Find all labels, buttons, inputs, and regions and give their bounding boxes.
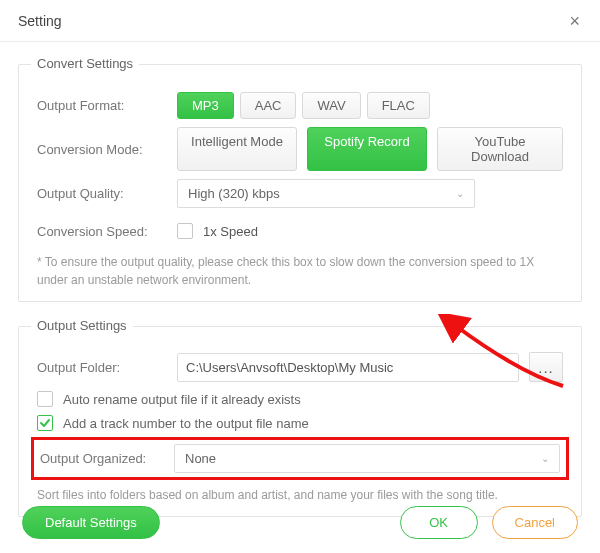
ok-button[interactable]: OK: [400, 506, 478, 539]
output-quality-select[interactable]: High (320) kbps ⌄: [177, 179, 475, 208]
speed-1x-checkbox-label: 1x Speed: [203, 224, 258, 239]
format-aac-button[interactable]: AAC: [240, 92, 297, 119]
format-wav-button[interactable]: WAV: [302, 92, 360, 119]
output-folder-input[interactable]: [177, 353, 519, 382]
output-quality-value: High (320) kbps: [188, 186, 280, 201]
window-title: Setting: [18, 13, 62, 29]
output-organized-row: Output Organized: None ⌄: [31, 437, 569, 480]
chevron-down-icon: ⌄: [541, 453, 549, 464]
output-format-label: Output Format:: [37, 98, 177, 113]
add-track-number-checkbox[interactable]: [37, 415, 53, 431]
conversion-mode-label: Conversion Mode:: [37, 142, 177, 157]
check-icon: [39, 417, 51, 429]
output-quality-label: Output Quality:: [37, 186, 177, 201]
convert-settings-group: Convert Settings Output Format: MP3 AAC …: [18, 64, 582, 302]
auto-rename-checkbox[interactable]: [37, 391, 53, 407]
mode-youtube-button[interactable]: YouTube Download: [437, 127, 563, 171]
browse-button[interactable]: ...: [529, 352, 563, 382]
cancel-button[interactable]: Cancel: [492, 506, 578, 539]
output-settings-legend: Output Settings: [31, 318, 133, 333]
add-track-number-label: Add a track number to the output file na…: [63, 416, 309, 431]
output-folder-label: Output Folder:: [37, 360, 177, 375]
default-settings-button[interactable]: Default Settings: [22, 506, 160, 539]
auto-rename-label: Auto rename output file if it already ex…: [63, 392, 301, 407]
mode-spotify-button[interactable]: Spotify Record: [307, 127, 427, 171]
speed-1x-checkbox[interactable]: [177, 223, 193, 239]
close-icon[interactable]: ×: [563, 8, 586, 34]
format-flac-button[interactable]: FLAC: [367, 92, 430, 119]
output-organized-value: None: [185, 451, 216, 466]
speed-hint-text: * To ensure the output quality, please c…: [37, 253, 563, 289]
output-settings-group: Output Settings Output Folder: ... Auto …: [18, 326, 582, 517]
organized-hint-text: Sort files into folders based on album a…: [37, 486, 563, 504]
conversion-speed-label: Conversion Speed:: [37, 224, 177, 239]
mode-intelligent-button[interactable]: Intelligent Mode: [177, 127, 297, 171]
output-organized-select[interactable]: None ⌄: [174, 444, 560, 473]
chevron-down-icon: ⌄: [456, 188, 464, 199]
format-mp3-button[interactable]: MP3: [177, 92, 234, 119]
convert-settings-legend: Convert Settings: [31, 56, 139, 71]
output-organized-label: Output Organized:: [40, 451, 174, 466]
